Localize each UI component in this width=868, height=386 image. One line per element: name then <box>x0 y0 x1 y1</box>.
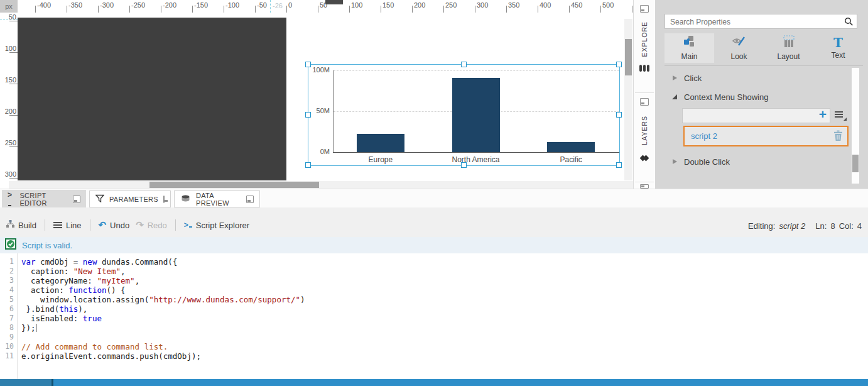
undock-icon[interactable] <box>246 196 254 203</box>
property-group-click[interactable]: Click <box>655 70 850 85</box>
properties-scrollbar-thumb[interactable] <box>852 155 859 172</box>
ruler-tick-label: -350 <box>68 1 82 9</box>
line-number: 1 <box>0 257 17 267</box>
property-group-context-menu-showing[interactable]: Context Menu Showing <box>655 89 850 104</box>
line-button[interactable]: Line <box>53 221 82 230</box>
resize-handle-ne[interactable] <box>616 62 622 67</box>
add-script-field[interactable]: + <box>682 108 830 123</box>
double-click-group-label: Double Click <box>684 157 730 167</box>
ruler-tick <box>349 6 350 13</box>
undock-icon[interactable] <box>640 98 649 106</box>
chart-selection-frame[interactable] <box>308 64 620 166</box>
script-item-label[interactable]: script 2 <box>691 131 717 141</box>
ruler-tick-label: 400 <box>540 1 551 9</box>
ruler-tick-label: 200 <box>414 1 425 9</box>
properties-panel: Main Look <box>655 0 868 189</box>
undo-button[interactable]: ↶ Undo <box>99 219 130 231</box>
property-group-double-click[interactable]: Double Click <box>655 154 850 169</box>
chevron-expanded-icon[interactable] <box>672 94 677 99</box>
line-number: 11 <box>0 351 17 361</box>
chevron-right-icon[interactable] <box>673 159 677 164</box>
ruler-tick-label: 100 <box>5 45 16 52</box>
ruler-tick-label: 200 <box>5 108 16 115</box>
script-list-menu-icon[interactable] <box>835 110 845 120</box>
line-number: 7 <box>0 314 17 323</box>
tab-data-preview[interactable]: DATA PREVIEW <box>174 190 260 207</box>
line-label: Line <box>66 221 82 230</box>
redo-button[interactable]: ↷ Redo <box>136 219 167 231</box>
tab-script-editor[interactable]: > SCRIPT EDITOR <box>2 190 86 208</box>
code-line: }); <box>21 323 868 333</box>
chevron-right-icon[interactable] <box>673 75 677 80</box>
ruler-tick <box>98 6 99 13</box>
delete-script-icon[interactable] <box>833 130 843 144</box>
add-script-plus-icon[interactable]: + <box>819 107 827 122</box>
script-code-editor[interactable]: 1234567891011 var cmdObj = new dundas.Co… <box>0 253 868 379</box>
resize-handle-n[interactable] <box>461 62 467 67</box>
horizontal-scrollbar-thumb[interactable] <box>149 182 319 188</box>
code-line: // Add command to command list. <box>21 342 868 351</box>
code-line: isEnabled: true <box>21 314 868 323</box>
layers-panel-tab[interactable]: LAYERS <box>634 96 655 180</box>
script-prompt-icon: > <box>184 221 192 229</box>
build-button[interactable]: Build <box>6 220 36 230</box>
resize-handle-sw[interactable] <box>305 162 311 168</box>
tab-text[interactable]: T Text <box>813 33 863 63</box>
context-menu-showing-label: Context Menu Showing <box>684 92 768 102</box>
splitter-handle[interactable] <box>325 0 343 4</box>
undock-icon[interactable] <box>163 196 165 203</box>
explore-panel-icon <box>639 63 650 74</box>
search-properties-input[interactable] <box>669 15 841 29</box>
script-status-message: Script is valid. <box>22 241 72 250</box>
line-icon <box>53 221 62 229</box>
divider <box>665 65 863 66</box>
tab-main[interactable]: Main <box>665 33 714 63</box>
parameters-tab-label: PARAMETERS <box>109 196 158 203</box>
ruler-tick-label: 300 <box>477 1 488 9</box>
undock-icon[interactable] <box>73 196 80 203</box>
redo-label: Redo <box>148 221 167 230</box>
ruler-tick <box>569 6 570 13</box>
resize-handle-s[interactable] <box>461 162 467 168</box>
script-explorer-button[interactable]: > Script Explorer <box>184 221 249 230</box>
script-item-row-selected[interactable]: script 2 <box>683 126 849 146</box>
dashboard-canvas[interactable]: 0M50M100M EuropeNorth AmericaPacific <box>18 18 633 180</box>
undo-icon: ↶ <box>99 219 107 231</box>
ruler-tick <box>161 6 161 13</box>
properties-scrollbar[interactable] <box>852 68 859 184</box>
canvas-horizontal-scrollbar[interactable] <box>9 181 633 189</box>
resize-handle-se[interactable] <box>616 162 622 168</box>
line-number: 5 <box>0 295 17 304</box>
explore-panel-tab[interactable]: EXPLORE <box>634 3 655 91</box>
search-properties-box[interactable] <box>665 14 857 29</box>
line-number: 2 <box>0 267 17 276</box>
resize-handle-nw[interactable] <box>305 62 311 67</box>
vertical-scrollbar-thumb[interactable] <box>625 39 632 75</box>
script-editor-toolbar: Build Line ↶ Undo ↷ Redo > Script Explor… <box>6 218 249 233</box>
resize-handle-e[interactable] <box>616 112 622 118</box>
hidden-panel-tab[interactable] <box>634 184 655 189</box>
tab-look[interactable]: Look <box>714 33 764 63</box>
columns-icon <box>782 35 796 50</box>
canvas-vertical-scrollbar[interactable] <box>624 19 632 180</box>
undo-label: Undo <box>110 221 129 230</box>
search-icon[interactable] <box>844 17 854 29</box>
tab-layout[interactable]: Layout <box>764 33 813 63</box>
resize-handle-w[interactable] <box>305 112 311 118</box>
database-icon <box>180 194 191 204</box>
line-position-label: Ln: <box>815 221 827 231</box>
ruler-tick <box>9 146 18 147</box>
ruler-tick-label: -250 <box>131 1 145 9</box>
script-editor-tab-label: SCRIPT EDITOR <box>19 192 67 207</box>
ruler-tick <box>9 84 18 84</box>
tab-parameters[interactable]: PARAMETERS <box>89 190 171 207</box>
script-explorer-label: Script Explorer <box>196 221 249 230</box>
editing-label: Editing: <box>748 221 775 231</box>
undock-icon <box>640 184 649 189</box>
code-line: window.location.assign("http://www.dunda… <box>21 295 868 304</box>
undock-icon[interactable] <box>640 5 649 13</box>
code-area[interactable]: var cmdObj = new dundas.Command({ captio… <box>18 253 868 383</box>
col-position-label: Col: <box>839 221 854 231</box>
toolbar-separator <box>45 219 45 231</box>
ruler-tick-label: 300 <box>5 170 16 178</box>
